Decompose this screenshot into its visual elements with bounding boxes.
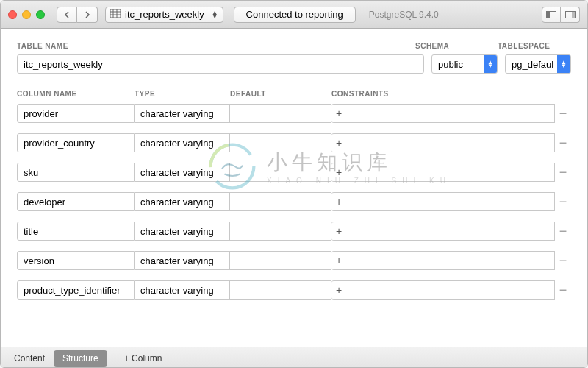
column-name-input[interactable]	[17, 104, 135, 123]
column-row: +−	[17, 133, 571, 152]
right-panel-icon	[565, 11, 576, 18]
nav-back-button[interactable]	[57, 7, 77, 23]
table-name-label: TABLE NAME	[17, 42, 406, 50]
column-name-input[interactable]	[17, 222, 135, 241]
remove-column-button[interactable]: −	[555, 253, 571, 269]
header-column-name: COLUMN NAME	[17, 90, 135, 98]
tablespace-label: TABLESPACE	[498, 42, 571, 50]
dropdown-arrows-icon: ▲▼	[212, 11, 218, 18]
db-version-label: PostgreSQL 9.4.0	[369, 10, 439, 20]
chevron-updown-icon: ▲▼	[484, 55, 497, 73]
minimize-window-button[interactable]	[22, 10, 31, 19]
schema-select[interactable]: ▲▼	[431, 54, 498, 74]
column-name-input[interactable]	[17, 163, 135, 182]
columns-list: +−+−+−+−+−+−+−	[17, 104, 571, 300]
column-type-input[interactable]	[135, 280, 230, 300]
remove-column-button[interactable]: −	[555, 283, 571, 298]
zoom-window-button[interactable]	[36, 10, 45, 19]
column-headers: COLUMN NAME TYPE DEFAULT CONSTRAINTS	[17, 90, 571, 98]
column-name-input[interactable]	[17, 192, 135, 211]
column-name-input[interactable]	[17, 280, 135, 300]
add-constraint-button[interactable]: +	[336, 284, 342, 296]
panel-toggle-group	[542, 7, 580, 23]
left-panel-toggle[interactable]	[542, 7, 561, 23]
add-constraint-button[interactable]: +	[336, 107, 342, 119]
nav-back-forward	[57, 7, 98, 23]
chevron-updown-icon: ▲▼	[557, 55, 570, 73]
header-constraints: CONSTRAINTS	[331, 90, 571, 98]
column-row: +−	[17, 104, 571, 123]
table-icon	[110, 9, 121, 20]
column-type-input[interactable]	[135, 192, 230, 211]
column-row: +−	[17, 280, 571, 300]
divider	[112, 352, 112, 365]
svg-rect-0	[110, 9, 121, 18]
add-constraint-button[interactable]: +	[336, 255, 342, 266]
tab-structure[interactable]: Structure	[54, 350, 107, 367]
window-toolbar: itc_reports_weekly ▲▼ Connected to repor…	[1, 1, 587, 29]
table-selector-dropdown[interactable]: itc_reports_weekly ▲▼	[105, 7, 223, 23]
column-type-input[interactable]	[135, 251, 230, 270]
column-default-input[interactable]	[230, 163, 331, 182]
header-default: DEFAULT	[230, 90, 331, 98]
column-type-input[interactable]	[135, 133, 230, 152]
remove-column-button[interactable]: −	[555, 194, 571, 210]
column-default-input[interactable]	[230, 251, 331, 270]
connection-status[interactable]: Connected to reporting	[234, 7, 356, 23]
tab-content[interactable]: Content	[5, 350, 54, 367]
column-constraints-input[interactable]	[331, 251, 555, 270]
column-constraints-input[interactable]	[331, 104, 555, 123]
traffic-lights	[8, 10, 45, 19]
remove-column-button[interactable]: −	[555, 106, 571, 121]
column-constraints-input[interactable]	[331, 222, 555, 241]
column-default-input[interactable]	[230, 280, 331, 300]
bottom-bar: Content Structure + Column	[1, 347, 587, 368]
add-constraint-button[interactable]: +	[336, 137, 342, 149]
column-constraints-input[interactable]	[331, 163, 555, 182]
left-panel-icon	[546, 11, 556, 18]
nav-forward-button[interactable]	[77, 7, 98, 23]
column-constraints-input[interactable]	[331, 133, 555, 152]
add-constraint-button[interactable]: +	[336, 196, 342, 208]
column-name-input[interactable]	[17, 133, 135, 152]
column-default-input[interactable]	[230, 222, 331, 241]
column-name-input[interactable]	[17, 251, 135, 270]
table-name-input[interactable]	[17, 54, 424, 74]
column-default-input[interactable]	[230, 133, 331, 152]
remove-column-button[interactable]: −	[555, 224, 571, 239]
add-constraint-button[interactable]: +	[336, 166, 342, 178]
close-window-button[interactable]	[8, 10, 17, 19]
column-row: +−	[17, 222, 571, 241]
column-type-input[interactable]	[135, 104, 230, 123]
column-default-input[interactable]	[230, 192, 331, 211]
schema-label: SCHEMA	[415, 42, 489, 50]
column-default-input[interactable]	[230, 104, 331, 123]
remove-column-button[interactable]: −	[555, 165, 571, 180]
column-constraints-input[interactable]	[331, 192, 555, 211]
column-row: +−	[17, 251, 571, 270]
right-panel-toggle[interactable]	[561, 7, 580, 23]
tablespace-select[interactable]: ▲▼	[505, 54, 571, 74]
add-constraint-button[interactable]: +	[336, 225, 342, 237]
column-row: +−	[17, 192, 571, 211]
column-row: +−	[17, 163, 571, 182]
table-selector-label: itc_reports_weekly	[125, 9, 204, 20]
column-constraints-input[interactable]	[331, 280, 555, 300]
main-content: TABLE NAME SCHEMA TABLESPACE ▲▼ ▲▼ COLUM…	[1, 29, 587, 347]
column-type-input[interactable]	[135, 222, 230, 241]
column-type-input[interactable]	[135, 163, 230, 182]
header-type: TYPE	[135, 90, 230, 98]
add-column-button[interactable]: + Column	[117, 350, 170, 367]
remove-column-button[interactable]: −	[555, 135, 571, 151]
connection-label: Connected to reporting	[246, 9, 343, 20]
